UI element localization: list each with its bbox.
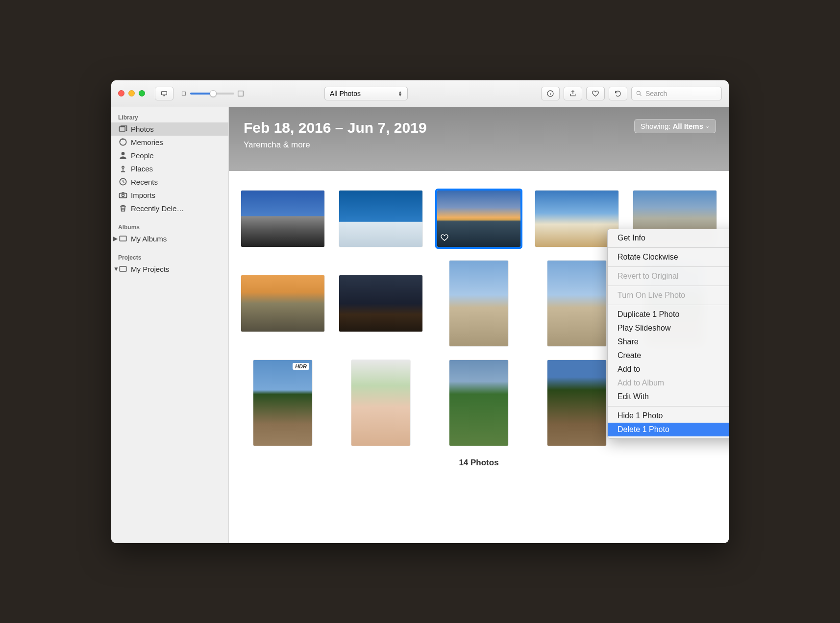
sidebar-item-label: Imports — [131, 191, 155, 199]
menu-hide-photo[interactable]: Hide 1 Photo — [608, 409, 729, 423]
photo-thumbnail-selected[interactable] — [437, 191, 520, 247]
menu-separator — [608, 305, 729, 305]
traffic-lights — [118, 90, 145, 96]
titlebar: All Photos ▲▼ Search — [111, 80, 729, 107]
menu-turn-on-live-photo: Turn On Live Photo — [608, 288, 729, 302]
showing-value: All Items — [672, 122, 703, 130]
fullscreen-window-button[interactable] — [139, 90, 145, 96]
menu-delete-photo[interactable]: Delete 1 Photo — [608, 423, 729, 436]
thumbnail-small-icon — [180, 90, 187, 97]
favorite-heart-icon — [440, 233, 449, 244]
svg-rect-2 — [238, 91, 244, 96]
sidebar-section-albums: Albums — [111, 221, 228, 232]
sidebar-item-label: Recents — [131, 178, 158, 186]
sidebar-section-library: Library — [111, 111, 228, 122]
showing-filter-button[interactable]: Showing: All Items ⌄ — [634, 119, 716, 133]
sidebar-item-my-projects[interactable]: ▼ My Projects — [111, 263, 228, 276]
zoom-slider-knob[interactable] — [210, 90, 217, 97]
sidebar-item-recently-deleted[interactable]: Recently Dele… — [111, 202, 228, 215]
search-icon — [636, 90, 642, 97]
menu-separator — [608, 406, 729, 407]
search-input[interactable]: Search — [631, 87, 722, 100]
photo-thumbnail[interactable] — [241, 275, 324, 332]
sidebar: Library Photos Memories People Places Re… — [111, 107, 229, 543]
clock-icon — [118, 177, 128, 187]
menu-duplicate[interactable]: Duplicate 1 Photo — [608, 308, 729, 321]
minimize-window-button[interactable] — [128, 90, 135, 96]
svg-rect-1 — [182, 92, 186, 95]
sidebar-item-label: My Albums — [131, 235, 167, 243]
svg-point-7 — [122, 152, 125, 155]
svg-rect-12 — [120, 236, 126, 241]
svg-rect-5 — [120, 127, 125, 131]
slideshow-button[interactable] — [155, 87, 173, 100]
sidebar-item-label: Recently Dele… — [131, 204, 184, 213]
sidebar-item-imports[interactable]: Imports — [111, 189, 228, 202]
svg-point-8 — [122, 166, 124, 168]
photo-thumbnail[interactable] — [547, 360, 606, 446]
menu-add-to[interactable]: Add to▶ — [608, 362, 729, 376]
context-menu: Get Info Rotate Clockwise Revert to Orig… — [607, 229, 729, 439]
info-button[interactable] — [541, 87, 560, 100]
photos-app-window: All Photos ▲▼ Search Library — [111, 80, 729, 543]
share-button[interactable] — [564, 87, 582, 100]
share-icon — [569, 90, 577, 97]
photos-stack-icon — [118, 124, 128, 134]
menu-add-to-album: Add to Album — [608, 376, 729, 390]
menu-rotate-clockwise[interactable]: Rotate Clockwise — [608, 250, 729, 264]
photo-thumbnail[interactable] — [339, 275, 422, 332]
heart-icon — [592, 90, 599, 97]
svg-point-11 — [122, 194, 124, 196]
presentation-icon — [160, 90, 168, 97]
menu-separator — [608, 247, 729, 248]
sidebar-item-places[interactable]: Places — [111, 162, 228, 175]
rotate-button[interactable] — [609, 87, 627, 100]
sidebar-section-projects: Projects — [111, 251, 228, 263]
photo-thumbnail[interactable] — [449, 360, 508, 446]
menu-get-info[interactable]: Get Info — [608, 231, 729, 245]
window-body: Library Photos Memories People Places Re… — [111, 107, 729, 543]
menu-separator — [608, 266, 729, 267]
person-icon — [118, 150, 128, 160]
favorite-button[interactable] — [586, 87, 605, 100]
hdr-badge: HDR — [293, 363, 309, 370]
menu-play-slideshow[interactable]: Play Slideshow — [608, 321, 729, 335]
photo-thumbnail[interactable]: HDR — [253, 360, 312, 446]
menu-revert-original: Revert to Original — [608, 269, 729, 283]
sidebar-item-people[interactable]: People — [111, 149, 228, 162]
search-placeholder: Search — [645, 90, 667, 97]
trash-icon — [118, 203, 128, 213]
rotate-icon — [614, 90, 622, 97]
close-window-button[interactable] — [118, 90, 124, 96]
sidebar-item-my-albums[interactable]: ▶ My Albums — [111, 232, 228, 245]
photo-thumbnail[interactable] — [241, 191, 324, 247]
photo-thumbnail[interactable] — [449, 261, 508, 346]
memories-icon — [118, 137, 128, 147]
sidebar-item-memories[interactable]: Memories — [111, 136, 228, 149]
project-icon — [118, 264, 128, 274]
menu-create[interactable]: Create▶ — [608, 349, 729, 362]
photo-thumbnail[interactable] — [339, 191, 422, 247]
view-selector[interactable]: All Photos ▲▼ — [324, 87, 408, 100]
zoom-slider[interactable] — [190, 93, 234, 95]
view-selector-label: All Photos — [330, 90, 361, 97]
photo-thumbnail[interactable] — [351, 360, 410, 446]
svg-rect-13 — [120, 266, 126, 271]
menu-edit-with[interactable]: Edit With▶ — [608, 390, 729, 404]
showing-label: Showing: — [641, 122, 671, 130]
menu-share[interactable]: Share▶ — [608, 335, 729, 349]
sidebar-item-photos[interactable]: Photos — [111, 122, 228, 136]
sidebar-item-recents[interactable]: Recents — [111, 175, 228, 189]
album-icon — [118, 234, 128, 243]
pin-icon — [118, 164, 128, 173]
stepper-chevrons-icon: ▲▼ — [398, 91, 402, 96]
sidebar-item-label: Memories — [131, 138, 163, 146]
toolbar-right: Search — [541, 87, 722, 100]
photo-count: 14 Photos — [239, 446, 719, 475]
chevron-down-icon: ⌄ — [705, 123, 710, 129]
info-icon — [546, 90, 554, 97]
photo-thumbnail[interactable] — [547, 261, 606, 346]
sidebar-item-label: People — [131, 151, 154, 160]
photo-thumbnail[interactable] — [535, 191, 618, 247]
disclosure-triangle-icon[interactable]: ▶ — [113, 235, 118, 242]
